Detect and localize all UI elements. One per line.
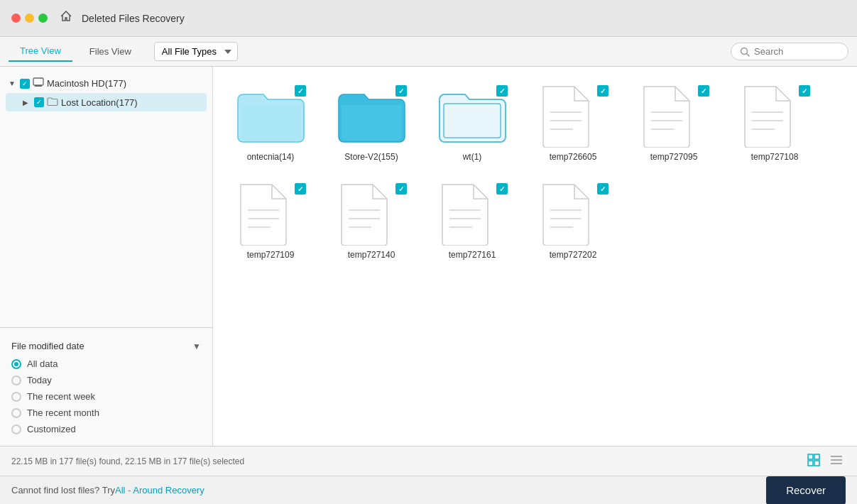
list-item[interactable]: temp727108 xyxy=(728,78,821,168)
macintosh-label: Macintosh HD(177) xyxy=(47,78,126,89)
file-checkbox-temp727108[interactable] xyxy=(799,85,810,97)
lost-location-label: Lost Location(177) xyxy=(61,97,138,108)
file-checkbox-temp727095[interactable] xyxy=(698,85,709,97)
lost-location-checkbox[interactable] xyxy=(34,97,44,107)
list-view-button[interactable] xyxy=(827,452,846,471)
search-icon xyxy=(740,47,750,57)
tree-item-lost-location[interactable]: ▶ Lost Location(177) xyxy=(6,93,207,111)
file-label-temp727108: temp727108 xyxy=(751,152,799,162)
radio-today[interactable]: Today xyxy=(11,375,201,385)
file-label-temp727109: temp727109 xyxy=(247,250,295,260)
status-text: 22.15 MB in 177 file(s) found, 22.15 MB … xyxy=(11,456,244,466)
svg-rect-27 xyxy=(814,454,819,459)
file-icon-temp727140 xyxy=(336,182,407,246)
bottom-bar: Cannot find lost files? Try All - Around… xyxy=(0,476,857,504)
list-item[interactable]: wt(1) xyxy=(426,78,518,168)
file-checkbox-store-v2[interactable] xyxy=(395,85,407,97)
folder-icon xyxy=(47,97,58,108)
filter-chevron-icon: ▼ xyxy=(192,341,201,351)
radio-customized[interactable]: Customized xyxy=(11,424,201,434)
list-item[interactable]: Store-V2(155) xyxy=(325,78,417,168)
filter-section: File modified date ▼ All data Today The … xyxy=(0,334,212,446)
search-box xyxy=(731,43,848,60)
file-label-temp727095: temp727095 xyxy=(650,152,698,162)
chevron-right-icon: ▶ xyxy=(23,99,31,106)
file-label-ontecnia: ontecnia(14) xyxy=(247,152,295,162)
file-icon-temp727202 xyxy=(537,182,608,246)
file-icon-temp727109 xyxy=(235,182,306,246)
file-label-temp727202: temp727202 xyxy=(550,250,597,260)
list-item[interactable]: temp727202 xyxy=(527,176,619,265)
sidebar-divider xyxy=(0,327,212,328)
maximize-button[interactable] xyxy=(38,13,48,23)
status-bar: 22.15 MB in 177 file(s) found, 22.15 MB … xyxy=(0,446,857,476)
file-checkbox-wt[interactable] xyxy=(496,85,508,97)
home-icon[interactable] xyxy=(59,9,73,27)
radio-circle-recent-month xyxy=(11,408,21,418)
file-checkbox-temp727202[interactable] xyxy=(597,183,608,195)
file-checkbox-temp727140[interactable] xyxy=(395,183,407,195)
content-area: ontecnia(14) Store-V2(155) xyxy=(213,67,857,446)
minimize-button[interactable] xyxy=(25,13,34,23)
file-icon-temp727161 xyxy=(437,182,508,246)
radio-circle-all-data xyxy=(11,359,21,369)
radio-all-data[interactable]: All data xyxy=(11,358,201,369)
list-item[interactable]: temp726605 xyxy=(527,78,619,168)
list-item[interactable]: temp727109 xyxy=(224,176,317,265)
close-button[interactable] xyxy=(11,13,21,23)
svg-line-1 xyxy=(747,53,750,56)
file-checkbox-temp727109[interactable] xyxy=(295,183,306,195)
sidebar: ▼ Macintosh HD(177) ▶ xyxy=(0,67,213,446)
list-item[interactable]: temp727140 xyxy=(325,176,417,265)
list-item[interactable]: temp727095 xyxy=(628,78,720,168)
svg-rect-29 xyxy=(814,461,819,466)
tab-tree-view[interactable]: Tree View xyxy=(9,41,72,62)
all-around-recovery-link[interactable]: All - Around Recovery xyxy=(115,485,204,495)
app-title: Deleted Files Recovery xyxy=(82,13,185,24)
file-label-temp727140: temp727140 xyxy=(348,250,395,260)
svg-rect-3 xyxy=(35,85,42,87)
file-label-temp726605: temp726605 xyxy=(550,152,597,162)
radio-recent-week[interactable]: The recent week xyxy=(11,391,201,402)
tab-files-view[interactable]: Files View xyxy=(78,42,143,61)
filter-title: File modified date xyxy=(11,341,84,351)
radio-circle-today xyxy=(11,376,21,385)
tree-item-macintosh[interactable]: ▼ Macintosh HD(177) xyxy=(6,74,207,93)
disk-icon xyxy=(33,77,44,89)
macintosh-checkbox[interactable] xyxy=(20,79,30,89)
main-layout: ▼ Macintosh HD(177) ▶ xyxy=(0,67,857,446)
file-checkbox-ontecnia[interactable] xyxy=(295,85,306,97)
chevron-down-icon: ▼ xyxy=(9,80,17,87)
svg-rect-28 xyxy=(808,461,813,466)
file-icon-store-v2 xyxy=(336,84,407,148)
title-bar: Deleted Files Recovery xyxy=(0,0,857,37)
svg-rect-2 xyxy=(33,78,43,85)
radio-circle-customized xyxy=(11,424,21,434)
list-item[interactable]: ontecnia(14) xyxy=(224,78,317,168)
radio-circle-recent-week xyxy=(11,392,21,402)
file-icon-temp727095 xyxy=(638,84,709,148)
file-label-temp727161: temp727161 xyxy=(449,250,496,260)
tab-bar: Tree View Files View All File TypesImage… xyxy=(0,37,857,67)
file-icon-temp726605 xyxy=(537,84,608,148)
tree-section: ▼ Macintosh HD(177) ▶ xyxy=(0,67,212,322)
svg-rect-26 xyxy=(808,454,813,459)
list-item[interactable]: temp727161 xyxy=(426,176,518,265)
bottom-prefix-text: Cannot find lost files? Try xyxy=(11,485,115,495)
grid-view-button[interactable] xyxy=(804,452,823,471)
file-checkbox-temp727161[interactable] xyxy=(496,183,508,195)
radio-group: All data Today The recent week The recen… xyxy=(11,358,201,434)
file-label-wt: wt(1) xyxy=(463,152,482,162)
file-type-dropdown[interactable]: All File TypesImagesVideosAudioDocuments… xyxy=(154,42,238,61)
filter-header[interactable]: File modified date ▼ xyxy=(11,341,201,351)
file-checkbox-temp726605[interactable] xyxy=(597,85,608,97)
radio-recent-month[interactable]: The recent month xyxy=(11,407,201,418)
search-input[interactable] xyxy=(754,46,839,57)
file-icon-ontecnia xyxy=(235,84,306,148)
file-icon-wt xyxy=(437,84,508,148)
recover-button[interactable]: Recover xyxy=(766,476,846,505)
view-icons xyxy=(804,452,846,471)
file-label-store-v2: Store-V2(155) xyxy=(344,152,398,162)
traffic-lights xyxy=(11,13,48,23)
file-icon-temp727108 xyxy=(739,84,810,148)
